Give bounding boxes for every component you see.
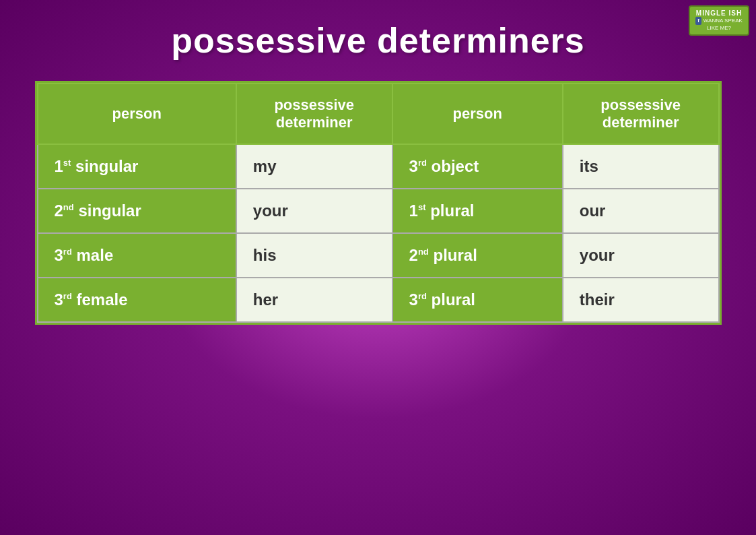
- person1-cell: 1st singular: [38, 144, 236, 189]
- header-person2: person: [392, 84, 563, 144]
- person2-cell: 1st plural: [392, 189, 563, 233]
- person2-cell: 2nd plural: [392, 233, 563, 278]
- determiner1-cell: my: [236, 144, 392, 189]
- header-person1: person: [38, 84, 236, 144]
- determiner1-cell: his: [236, 233, 392, 278]
- person1-cell: 2nd singular: [38, 189, 236, 233]
- header-det2: possessivedeterminer: [563, 84, 719, 144]
- person2-cell: 3rd object: [392, 144, 563, 189]
- table-row: 1st singularmy3rd objectits: [38, 144, 719, 189]
- person1-cell: 3rd male: [38, 233, 236, 278]
- header-det1: possessivedeterminer: [236, 84, 392, 144]
- main-table-container: person possessivedeterminer person posse…: [35, 81, 722, 325]
- person1-cell: 3rd female: [38, 278, 236, 322]
- table-row: 3rd malehis2nd pluralyour: [38, 233, 719, 278]
- determiner1-cell: her: [236, 278, 392, 322]
- determiner2-cell: our: [563, 189, 719, 233]
- determiner1-cell: your: [236, 189, 392, 233]
- logo-brand: MINGLE ISH: [696, 9, 742, 17]
- logo-badge: MINGLE ISH f WANNA SPEAK LIKE ME?: [689, 5, 749, 36]
- determiner2-cell: its: [563, 144, 719, 189]
- page-title: possessive determiners: [171, 20, 585, 61]
- determiner2-cell: their: [563, 278, 719, 322]
- table-row: 2nd singularyour1st pluralour: [38, 189, 719, 233]
- possessive-determiners-table: person possessivedeterminer person posse…: [37, 83, 720, 323]
- determiner2-cell: your: [563, 233, 719, 278]
- table-row: 3rd femaleher3rd pluraltheir: [38, 278, 719, 322]
- person2-cell: 3rd plural: [392, 278, 563, 322]
- logo-tagline: f WANNA SPEAK LIKE ME?: [695, 17, 743, 32]
